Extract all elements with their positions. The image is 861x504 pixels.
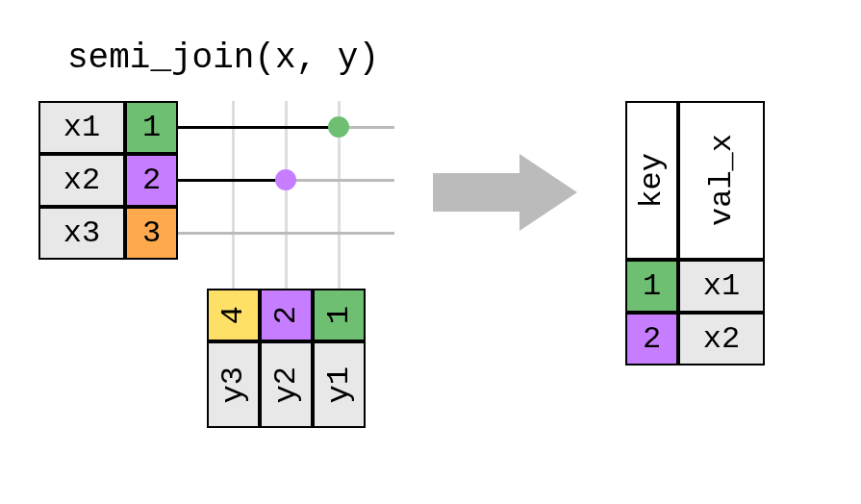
result-header-key: key	[625, 101, 678, 260]
match-line-1	[178, 179, 287, 182]
hline-gray-2	[178, 232, 394, 235]
result-header-valx: val_x	[678, 101, 765, 260]
y-val-1: y2	[260, 341, 313, 428]
result-val-0: x1	[678, 260, 765, 313]
result-key-1: 2	[625, 313, 678, 365]
arrow-icon	[423, 144, 587, 240]
x-key-1: 2	[125, 154, 178, 207]
diagram-title: semi_join(x, y)	[67, 38, 379, 78]
result-val-1: x2	[678, 313, 765, 365]
guide-vline-0	[232, 101, 235, 289]
match-line-0	[178, 126, 340, 129]
y-key-2: 1	[313, 289, 366, 341]
y-key-1: 2	[260, 289, 313, 341]
x-val-0: x1	[38, 101, 125, 154]
guide-vline-1	[285, 101, 288, 289]
y-key-0: 4	[207, 289, 260, 341]
semi-join-diagram: semi_join(x, y) x1 1 x2 2 x3 3 4 2 1 y3 …	[19, 19, 861, 504]
match-dot-0	[328, 116, 349, 138]
result-key-0: 1	[625, 260, 678, 313]
y-val-0: y3	[207, 341, 260, 428]
match-dot-1	[275, 169, 296, 190]
x-val-1: x2	[38, 154, 125, 207]
y-val-2: y1	[313, 341, 366, 428]
x-val-2: x3	[38, 207, 125, 260]
x-key-0: 1	[125, 101, 178, 154]
x-key-2: 3	[125, 207, 178, 260]
